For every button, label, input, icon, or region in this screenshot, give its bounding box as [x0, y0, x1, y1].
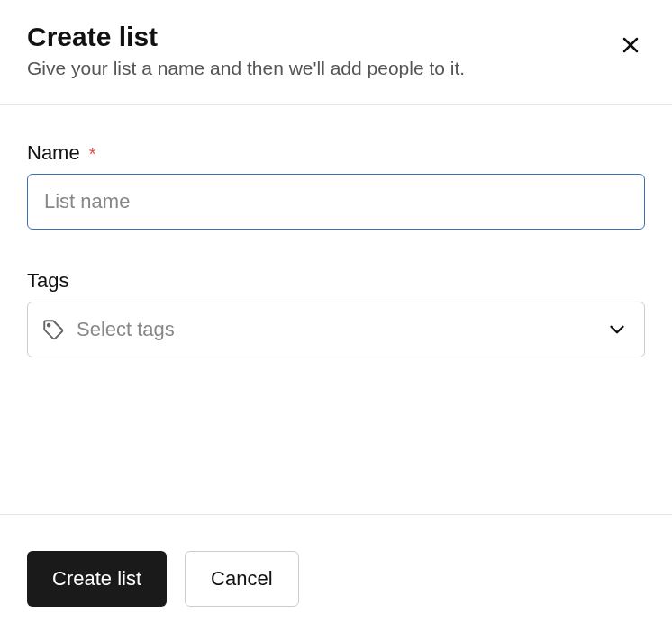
dialog-subtitle: Give your list a name and then we'll add…	[27, 58, 645, 79]
name-input[interactable]	[27, 174, 645, 230]
dialog-footer: Create list Cancel	[0, 514, 672, 632]
dialog-header: Create list Give your list a name and th…	[0, 0, 672, 105]
name-field-group: Name *	[27, 141, 645, 230]
tags-select-placeholder: Select tags	[77, 318, 175, 341]
tags-select-wrapper: Select tags	[27, 302, 645, 357]
close-icon	[620, 34, 641, 59]
dialog-body: Name * Tags Select tags	[0, 105, 672, 514]
name-label: Name *	[27, 141, 645, 165]
close-button[interactable]	[616, 32, 645, 60]
tags-label: Tags	[27, 269, 645, 293]
tags-select[interactable]: Select tags	[27, 302, 645, 357]
name-label-text: Name	[27, 141, 80, 164]
tags-field-group: Tags Select tags	[27, 269, 645, 357]
required-asterisk: *	[89, 144, 96, 164]
dialog-title: Create list	[27, 22, 645, 52]
create-list-button[interactable]: Create list	[27, 551, 167, 607]
cancel-button[interactable]: Cancel	[185, 551, 298, 607]
